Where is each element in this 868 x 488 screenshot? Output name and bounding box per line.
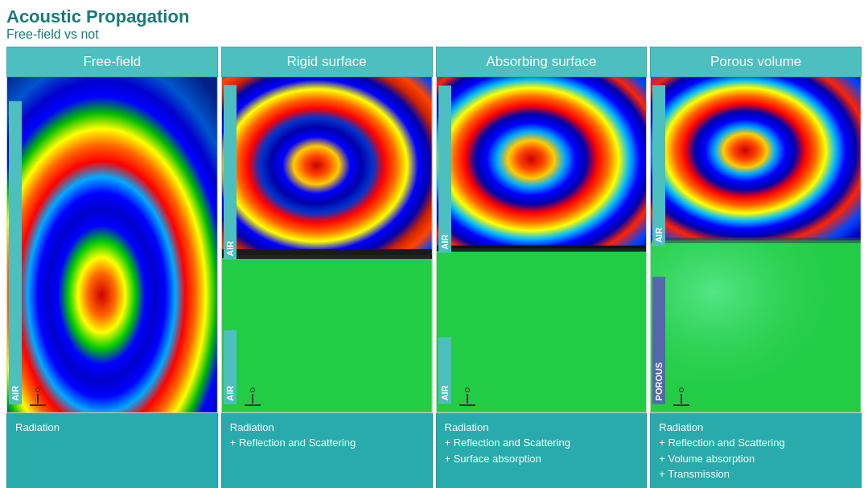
column-free-field: Free-field AIR xyxy=(6,47,218,488)
caption-line-porous-2: + Reflection and Scattering xyxy=(659,435,853,451)
source-indicator-4 xyxy=(673,388,689,406)
main-content: Free-field AIR xyxy=(6,47,862,488)
column-porous-volume: Porous volume AIR POROUS xyxy=(650,47,862,488)
air-label-3-top: AIR xyxy=(438,85,451,252)
air-label-4-top: AIR xyxy=(652,85,665,246)
caption-line-porous-3: + Volume absorption xyxy=(659,451,853,467)
wave-viz-free-field: AIR xyxy=(7,77,217,412)
col-image-porous: AIR POROUS xyxy=(650,77,862,413)
svg-rect-1 xyxy=(7,77,217,412)
caption-line-absorbing-1: Radiation xyxy=(445,420,639,436)
col-caption-absorbing-surface: Radiation + Reflection and Scattering + … xyxy=(436,413,648,488)
col-header-absorbing-surface: Absorbing surface xyxy=(436,47,648,77)
svg-rect-3 xyxy=(222,77,432,253)
caption-line-rigid-1: Radiation xyxy=(230,420,424,436)
column-rigid-surface: Rigid surface AIR AIR xyxy=(221,47,433,488)
caption-line-1: Radiation xyxy=(15,421,60,433)
source-indicator-3 xyxy=(459,388,475,406)
svg-rect-9 xyxy=(651,240,861,412)
air-label-1: AIR xyxy=(9,101,22,404)
source-indicator-2 xyxy=(245,388,261,406)
page-subtitle: Free-field vs not xyxy=(6,27,862,42)
col-header-porous-volume: Porous volume xyxy=(650,47,862,77)
wave-viz-rigid: AIR AIR xyxy=(222,77,432,412)
page: Acoustic Propagation Free-field vs not F… xyxy=(0,0,868,488)
col-image-free-field: AIR xyxy=(6,77,218,413)
col-caption-free-field: Radiation xyxy=(6,413,218,488)
col-caption-rigid-surface: Radiation + Reflection and Scattering xyxy=(221,413,433,488)
air-label-2-bot: AIR xyxy=(224,330,237,404)
col-image-rigid-surface: AIR AIR xyxy=(221,77,433,413)
air-label-3-bot: AIR xyxy=(438,337,451,404)
caption-line-absorbing-2: + Reflection and Scattering xyxy=(445,435,639,451)
col-image-absorbing: AIR AIR xyxy=(436,77,648,413)
column-absorbing-surface: Absorbing surface AIR AIR xyxy=(436,47,648,488)
svg-rect-10 xyxy=(651,77,861,240)
caption-line-rigid-2: + Reflection and Scattering xyxy=(230,435,424,451)
wave-viz-porous: AIR POROUS xyxy=(651,77,861,412)
svg-rect-6 xyxy=(437,77,647,248)
header: Acoustic Propagation Free-field vs not xyxy=(6,6,862,42)
surface-line-rigid xyxy=(237,255,432,259)
caption-line-porous-4: + Transmission xyxy=(659,466,853,482)
svg-rect-11 xyxy=(651,238,861,244)
col-header-free-field: Free-field xyxy=(6,47,218,77)
col-caption-porous-volume: Radiation + Reflection and Scattering + … xyxy=(650,413,862,488)
col-header-rigid-surface: Rigid surface xyxy=(221,47,433,77)
source-indicator-1 xyxy=(30,388,46,406)
surface-line-absorbing xyxy=(451,248,647,252)
air-label-2-top: AIR xyxy=(224,85,237,260)
porous-label-4: POROUS xyxy=(652,277,665,404)
wave-viz-absorbing: AIR AIR xyxy=(437,77,647,412)
page-title: Acoustic Propagation xyxy=(6,6,862,27)
caption-line-absorbing-3: + Surface absorption xyxy=(445,451,639,467)
caption-line-porous-1: Radiation xyxy=(659,420,853,436)
